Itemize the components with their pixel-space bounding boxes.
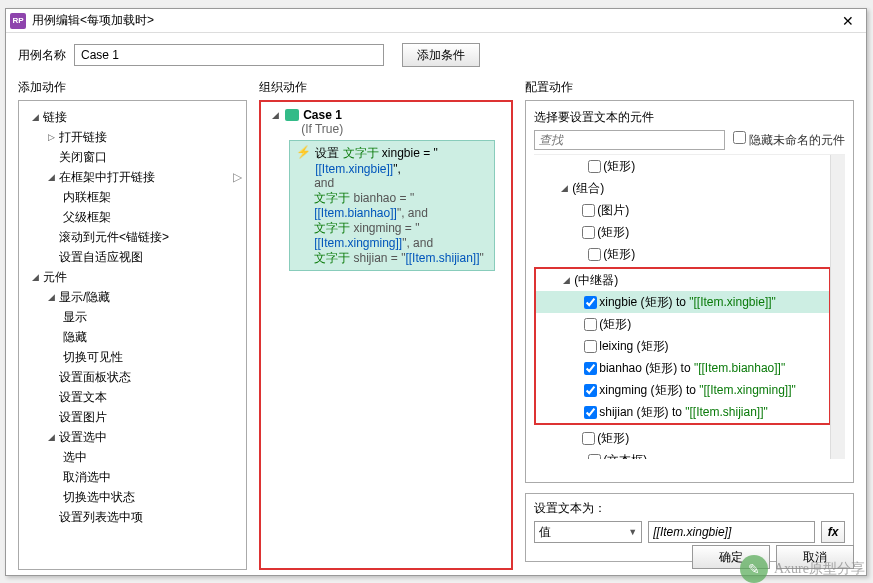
tree-node-open-link[interactable]: ▷打开链接 bbox=[21, 127, 244, 147]
item-leixing[interactable]: leixing (矩形) bbox=[536, 335, 829, 357]
hide-unnamed-checkbox[interactable] bbox=[733, 131, 746, 144]
select-widget-title: 选择要设置文本的元件 bbox=[534, 109, 845, 126]
actions-panel: ◢链接 ▷打开链接 关闭窗口 ◢在框架中打开链接▷ 内联框架 父级框架 滚动到元… bbox=[18, 100, 247, 570]
value-type-select[interactable]: 值▼ bbox=[534, 521, 642, 543]
item-rect1[interactable]: (矩形) bbox=[534, 221, 845, 243]
window-title: 用例编辑<每项加载时> bbox=[32, 12, 834, 29]
tree-node-deselected[interactable]: 取消选中 bbox=[21, 467, 244, 487]
value-input[interactable] bbox=[648, 521, 815, 543]
content: 用例名称 添加条件 添加动作 ◢链接 ▷打开链接 关闭窗口 ◢在框架中打开链接▷… bbox=[6, 33, 866, 580]
tree-node-toggle-sel[interactable]: 切换选中状态 bbox=[21, 487, 244, 507]
case-block[interactable]: ◢ Case 1 (If True) ⚡ 设置 文字于 xingbie = "[… bbox=[261, 102, 511, 277]
tree-node-set-text[interactable]: 设置文本 bbox=[21, 387, 244, 407]
columns: 添加动作 ◢链接 ▷打开链接 关闭窗口 ◢在框架中打开链接▷ 内联框架 父级框架… bbox=[18, 79, 854, 570]
name-row: 用例名称 添加条件 bbox=[18, 43, 854, 67]
item-repeater[interactable]: ◢(中继器) bbox=[536, 269, 829, 291]
tree-node-open-in-frame[interactable]: ◢在框架中打开链接▷ bbox=[21, 167, 244, 187]
tree-node-hide[interactable]: 隐藏 bbox=[21, 327, 244, 347]
dialog: RP 用例编辑<每项加载时> ✕ 用例名称 添加条件 添加动作 ◢链接 ▷打开链… bbox=[5, 8, 867, 576]
watermark-text: Axure原型分享 bbox=[774, 560, 865, 578]
case-name-input[interactable] bbox=[74, 44, 384, 66]
tree-node-parent-frame[interactable]: 父级框架 bbox=[21, 207, 244, 227]
organize-panel: ◢ Case 1 (If True) ⚡ 设置 文字于 xingbie = "[… bbox=[259, 100, 513, 570]
tree-node-show-hide[interactable]: ◢显示/隐藏 bbox=[21, 287, 244, 307]
case-condition: (If True) bbox=[301, 122, 503, 136]
widget-tree: (矩形) ◢(组合) (图片) (矩形) (矩形) ◢(中继器) xingbie… bbox=[534, 154, 845, 459]
add-action-column: 添加动作 ◢链接 ▷打开链接 关闭窗口 ◢在框架中打开链接▷ 内联框架 父级框架… bbox=[18, 79, 247, 570]
search-input[interactable] bbox=[534, 130, 724, 150]
app-icon: RP bbox=[10, 13, 26, 29]
tree-node-selected[interactable]: 选中 bbox=[21, 447, 244, 467]
hide-unnamed-label[interactable]: 隐藏未命名的元件 bbox=[733, 131, 845, 149]
case-name-label: 用例名称 bbox=[18, 47, 66, 64]
add-action-header: 添加动作 bbox=[18, 79, 247, 96]
scrollbar[interactable] bbox=[830, 155, 845, 459]
config-column: 配置动作 选择要设置文本的元件 隐藏未命名的元件 (矩形) ◢(组合) (图片) bbox=[525, 79, 854, 570]
item-xingbie[interactable]: xingbie (矩形) to "[[Item.xingbie]]" bbox=[536, 291, 829, 313]
actions-tree: ◢链接 ▷打开链接 关闭窗口 ◢在框架中打开链接▷ 内联框架 父级框架 滚动到元… bbox=[19, 101, 246, 533]
tree-node-scroll-to[interactable]: 滚动到元件<锚链接> bbox=[21, 227, 244, 247]
tree-node-toggle-vis[interactable]: 切换可见性 bbox=[21, 347, 244, 367]
fx-button[interactable]: fx bbox=[821, 521, 845, 543]
tree-node-set-selected[interactable]: ◢设置选中 bbox=[21, 427, 244, 447]
repeater-highlight: ◢(中继器) xingbie (矩形) to "[[Item.xingbie]]… bbox=[534, 267, 831, 425]
tree-node-close-window[interactable]: 关闭窗口 bbox=[21, 147, 244, 167]
item-shijian[interactable]: shijian (矩形) to "[[Item.shijian]]" bbox=[536, 401, 829, 423]
tree-node-link[interactable]: ◢链接 bbox=[21, 107, 244, 127]
tree-node-widget[interactable]: ◢元件 bbox=[21, 267, 244, 287]
item-rect2[interactable]: (矩形) bbox=[534, 243, 845, 265]
item-rect3[interactable]: (矩形) bbox=[536, 313, 829, 335]
config-header: 配置动作 bbox=[525, 79, 854, 96]
item-group1[interactable]: ◢(组合) bbox=[534, 177, 845, 199]
item-rect4[interactable]: (矩形) bbox=[534, 427, 845, 449]
case-name: Case 1 bbox=[303, 108, 342, 122]
action-set-text[interactable]: ⚡ 设置 文字于 xingbie = "[[Item.xingbie]]", a… bbox=[289, 140, 495, 271]
tree-node-inline-frame[interactable]: 内联框架 bbox=[21, 187, 244, 207]
item-image[interactable]: (图片) bbox=[534, 199, 845, 221]
tree-node-adaptive-view[interactable]: 设置自适应视图 bbox=[21, 247, 244, 267]
watermark-icon: ✎ bbox=[740, 555, 768, 583]
item-xingming[interactable]: xingming (矩形) to "[[Item.xingming]]" bbox=[536, 379, 829, 401]
bolt-icon: ⚡ bbox=[296, 145, 311, 176]
titlebar: RP 用例编辑<每项加载时> ✕ bbox=[6, 9, 866, 33]
set-text-label: 设置文本为： bbox=[534, 500, 845, 517]
tree-node-panel-state[interactable]: 设置面板状态 bbox=[21, 367, 244, 387]
tree-node-list-sel[interactable]: 设置列表选中项 bbox=[21, 507, 244, 527]
case-icon bbox=[285, 109, 299, 121]
organize-column: 组织动作 ◢ Case 1 (If True) ⚡ bbox=[259, 79, 513, 570]
close-button[interactable]: ✕ bbox=[834, 11, 862, 31]
watermark: ✎ Axure原型分享 bbox=[740, 555, 865, 583]
item-textbox[interactable]: (文本框) bbox=[534, 449, 845, 459]
tree-node-set-image[interactable]: 设置图片 bbox=[21, 407, 244, 427]
item-rect0[interactable]: (矩形) bbox=[534, 155, 845, 177]
item-bianhao[interactable]: bianhao (矩形) to "[[Item.bianhao]]" bbox=[536, 357, 829, 379]
tree-node-show[interactable]: 显示 bbox=[21, 307, 244, 327]
add-condition-button[interactable]: 添加条件 bbox=[402, 43, 480, 67]
config-panel: 选择要设置文本的元件 隐藏未命名的元件 (矩形) ◢(组合) (图片) (矩形) bbox=[525, 100, 854, 483]
organize-header: 组织动作 bbox=[259, 79, 513, 96]
